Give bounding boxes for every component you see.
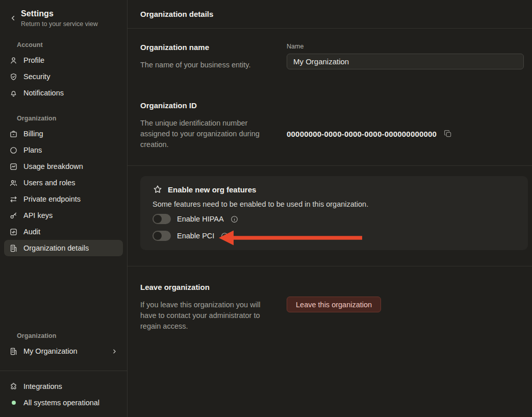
org-switcher-value: My Organization: [23, 347, 78, 355]
hipaa-row: Enable HIPAA: [153, 213, 516, 225]
sidebar-item-api-keys[interactable]: API keys: [4, 207, 123, 224]
system-status[interactable]: All systems operational: [4, 395, 123, 411]
org-name-description: The name of your business entity.: [140, 60, 275, 70]
sidebar-spacer: [0, 256, 127, 318]
hipaa-toggle-label: Enable HIPAA: [177, 215, 224, 223]
settings-sidebar: Settings Return to your service view Acc…: [0, 0, 128, 417]
page-title: Organization details: [140, 10, 213, 18]
copy-icon: [443, 129, 452, 138]
enable-hipaa-toggle[interactable]: [153, 214, 171, 224]
sidebar-item-private-endpoints[interactable]: Private endpoints: [4, 191, 123, 207]
sidebar-item-plans[interactable]: Plans: [4, 142, 123, 158]
page-header: Organization details: [128, 0, 532, 29]
section-label-organization: Organization: [17, 115, 127, 122]
section-label-account: Account: [17, 41, 127, 48]
shield-check-icon: [9, 72, 18, 81]
sidebar-item-label: Organization details: [23, 244, 89, 252]
back-button[interactable]: [9, 14, 17, 22]
sidebar-item-label: Profile: [23, 56, 44, 64]
enable-pci-toggle[interactable]: [153, 231, 171, 241]
circle-icon: [9, 146, 18, 155]
leave-org-title: Leave organization: [140, 283, 275, 291]
sidebar-item-label: Notifications: [23, 89, 64, 97]
sidebar-item-label: Usage breakdown: [23, 162, 83, 170]
pulse-square-icon: [9, 228, 18, 236]
section-divider: [128, 165, 532, 166]
sidebar-item-label: Private endpoints: [23, 195, 81, 203]
sidebar-title: Settings: [21, 9, 98, 18]
building-icon: [9, 244, 18, 253]
integrations-label: Integrations: [23, 382, 62, 390]
red-annotation-arrow-icon: [218, 229, 363, 247]
sidebar-item-billing[interactable]: Billing: [4, 126, 123, 142]
info-icon[interactable]: [230, 215, 239, 224]
status-label: All systems operational: [23, 399, 99, 407]
sidebar-item-label: Users and roles: [23, 179, 75, 187]
org-name-section: Organization name The name of your busin…: [128, 29, 532, 86]
integrations-link[interactable]: Integrations: [4, 378, 123, 395]
arrows-swap-icon: [9, 195, 18, 204]
org-id-title: Organization ID: [140, 101, 275, 110]
users-icon: [9, 179, 18, 187]
sidebar-header: Settings Return to your service view: [0, 0, 127, 28]
org-name-input[interactable]: [287, 54, 524, 69]
sidebar-item-security[interactable]: Security: [4, 68, 123, 85]
sidebar-item-notifications[interactable]: Notifications: [4, 85, 123, 101]
bell-icon: [9, 89, 18, 97]
sidebar-item-label: Security: [23, 72, 50, 81]
chevron-right-icon: [111, 348, 118, 355]
copy-button[interactable]: [443, 129, 452, 138]
org-name-title: Organization name: [140, 43, 275, 52]
sidebar-item-label: Audit: [23, 228, 40, 236]
leave-org-description: If you leave this organization you will …: [140, 300, 275, 332]
puzzle-icon: [9, 382, 18, 391]
sidebar-subtitle: Return to your service view: [21, 20, 98, 28]
pci-toggle-label: Enable PCI: [177, 232, 214, 240]
org-id-value: 00000000-0000-0000-0000-000000000000: [287, 130, 437, 138]
star-icon: [153, 184, 163, 194]
sidebar-item-label: Plans: [23, 146, 42, 154]
sidebar-item-usage-breakdown[interactable]: Usage breakdown: [4, 158, 123, 175]
sidebar-item-label: Billing: [23, 130, 43, 138]
leave-org-section: Leave organization If you leave this org…: [128, 266, 532, 347]
green-dot: [12, 401, 16, 405]
sidebar-item-organization-details[interactable]: Organization details: [4, 240, 123, 256]
org-id-description: The unique identification number assigne…: [140, 118, 275, 150]
main-content: Organization details Organization name T…: [128, 0, 532, 417]
features-card-description: Some features need to be enabled to be u…: [153, 200, 516, 208]
features-card-title: Enable new org features: [168, 185, 256, 194]
sidebar-item-profile[interactable]: Profile: [4, 52, 123, 68]
org-id-section: Organization ID The unique identificatio…: [128, 86, 532, 165]
org-switcher[interactable]: My Organization: [4, 343, 123, 359]
leave-organization-button[interactable]: Leave this organization: [287, 297, 381, 312]
enable-features-card: Enable new org features Some features ne…: [140, 176, 528, 250]
sidebar-item-label: API keys: [23, 211, 53, 219]
building-icon: [9, 347, 18, 356]
sidebar-item-users-and-roles[interactable]: Users and roles: [4, 175, 123, 191]
sidebar-item-audit[interactable]: Audit: [4, 224, 123, 240]
org-switcher-label: Organization: [17, 332, 127, 339]
sidebar-footer: Integrations All systems operational: [0, 371, 127, 417]
chart-icon: [9, 162, 18, 171]
billing-icon: [9, 130, 18, 138]
user-icon: [9, 56, 18, 65]
key-icon: [9, 211, 18, 220]
name-field-label: Name: [287, 43, 524, 50]
chevron-left-icon: [9, 14, 17, 22]
